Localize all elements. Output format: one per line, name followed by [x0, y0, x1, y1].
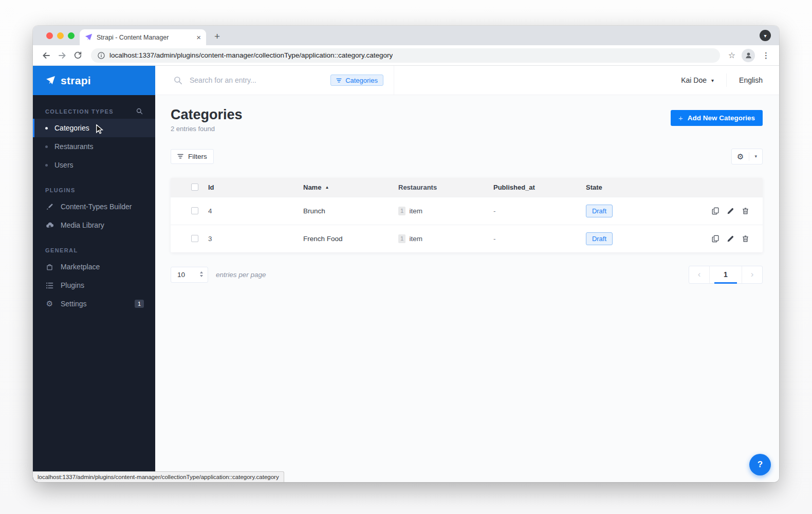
bullet-icon [45, 127, 48, 130]
search-icon[interactable] [136, 108, 143, 115]
sidebar-item-marketplace[interactable]: Marketplace [33, 258, 155, 276]
user-menu[interactable]: Kai Doe ▾ [681, 76, 714, 84]
table-row[interactable]: 4 Brunch 1 item - Draft [171, 197, 763, 225]
zoom-window-button[interactable] [68, 32, 75, 39]
table-header-row: Id Name ▲ Restaurants Published_at State [171, 178, 763, 197]
status-bar-link-preview: localhost:1337/admin/plugins/content-man… [33, 471, 284, 482]
next-page-icon[interactable]: › [742, 266, 762, 283]
help-button[interactable]: ? [749, 454, 771, 475]
divider [726, 74, 727, 87]
search-input[interactable] [190, 76, 323, 84]
bookmark-star-icon[interactable]: ☆ [728, 50, 735, 60]
gear-icon: ⚙ [737, 153, 744, 160]
row-checkbox[interactable] [191, 235, 198, 242]
close-window-button[interactable] [46, 32, 53, 39]
section-title: GENERAL [45, 247, 78, 253]
table-row[interactable]: 3 French Food 1 item - Draft [171, 225, 763, 252]
cell-state: Draft [583, 205, 666, 217]
sidebar-item-content-types-builder[interactable]: Content-Types Builder [33, 197, 155, 216]
duplicate-icon[interactable] [712, 207, 719, 215]
tab-close-icon[interactable]: × [196, 33, 201, 41]
per-page-select[interactable]: 10 [171, 267, 208, 283]
address-bar[interactable]: localhost:1337/admin/plugins/content-man… [91, 48, 720, 63]
sidebar-item-categories[interactable]: Categories [33, 119, 155, 137]
select-all-checkbox[interactable] [191, 183, 198, 191]
filter-icon [336, 78, 342, 83]
page-header: Categories 2 entries found + Add New Cat… [171, 107, 763, 133]
reload-icon[interactable] [71, 48, 85, 62]
entries-count: 2 entries found [171, 125, 243, 133]
sort-asc-icon: ▲ [325, 185, 329, 190]
column-header-id[interactable]: Id [206, 183, 301, 191]
downloads-button[interactable]: ▾ [760, 30, 771, 41]
entries-table: Id Name ▲ Restaurants Published_at State [171, 178, 763, 252]
edit-icon[interactable] [727, 207, 734, 215]
shopping-basket-icon [45, 263, 54, 271]
strapi-logo-icon [46, 76, 56, 85]
column-header-published-at[interactable]: Published_at [491, 183, 583, 191]
section-title: PLUGINS [45, 187, 76, 193]
active-page-indicator [714, 282, 737, 284]
site-info-icon[interactable] [98, 52, 105, 59]
table-settings-button[interactable]: ⚙ ▾ [731, 149, 763, 164]
sidebar-item-plugins[interactable]: Plugins [33, 276, 155, 295]
chip-label: Categories [345, 77, 378, 84]
row-actions [666, 235, 763, 243]
strapi-logo[interactable]: strapi [33, 66, 155, 95]
new-tab-button[interactable]: + [214, 31, 220, 45]
collection-filter-chip[interactable]: Categories [330, 75, 383, 86]
browser-window: Strapi - Content Manager × + ▾ localhost… [33, 26, 779, 482]
bullet-icon [45, 145, 48, 148]
cell-state: Draft [583, 232, 666, 245]
cell-restaurants: 1 item [396, 234, 491, 243]
previous-page-icon[interactable]: ‹ [689, 266, 709, 283]
sidebar-item-users[interactable]: Users [33, 156, 155, 174]
column-header-name[interactable]: Name ▲ [301, 183, 396, 191]
minimize-window-button[interactable] [57, 32, 64, 39]
settings-badge: 1 [135, 300, 144, 308]
browser-profile-avatar[interactable] [742, 49, 755, 62]
strapi-favicon-icon [85, 33, 93, 41]
filter-icon [177, 154, 183, 159]
add-button-label: Add New Categories [688, 114, 755, 122]
edit-icon[interactable] [727, 235, 734, 243]
sidebar: strapi COLLECTION TYPES Categories [33, 66, 155, 482]
browser-tab-strip: Strapi - Content Manager × + ▾ [33, 26, 779, 45]
page-title: Categories [171, 107, 243, 123]
browser-menu-icon[interactable]: ⋮ [762, 51, 770, 60]
count-unit: item [409, 207, 422, 215]
desktop-background: Strapi - Content Manager × + ▾ localhost… [0, 0, 812, 514]
stepper-icon [200, 271, 203, 277]
row-checkbox[interactable] [191, 207, 198, 214]
cell-published-at: - [491, 235, 583, 243]
user-name: Kai Doe [681, 76, 707, 84]
gear-icon: ⚙ [45, 299, 54, 308]
browser-tab[interactable]: Strapi - Content Manager × [80, 29, 206, 45]
language-selector[interactable]: English [739, 76, 763, 84]
add-new-categories-button[interactable]: + Add New Categories [671, 110, 763, 126]
per-page-value: 10 [177, 271, 185, 279]
back-icon[interactable] [39, 48, 53, 62]
column-header-state[interactable]: State [583, 183, 666, 191]
column-header-restaurants[interactable]: Restaurants [396, 183, 491, 191]
sidebar-item-media-library[interactable]: Media Library [33, 216, 155, 234]
cell-id: 4 [206, 207, 301, 215]
cell-restaurants: 1 item [396, 207, 491, 215]
delete-icon[interactable] [742, 235, 749, 243]
chevron-down-icon: ▾ [754, 154, 757, 159]
current-page[interactable]: 1 [710, 266, 742, 283]
column-label: Name [303, 183, 321, 191]
filters-button[interactable]: Filters [171, 149, 214, 164]
url-text[interactable]: localhost:1337/admin/plugins/content-man… [109, 51, 393, 59]
forward-icon[interactable] [55, 48, 69, 62]
bullet-icon [45, 164, 48, 167]
delete-icon[interactable] [742, 207, 749, 215]
sidebar-item-label: Categories [54, 124, 89, 132]
sidebar-item-restaurants[interactable]: Restaurants [33, 137, 155, 156]
section-collection-types: COLLECTION TYPES Categories Restaurants [33, 108, 155, 174]
row-actions [666, 207, 763, 215]
page-navigation: ‹ 1 › [689, 266, 763, 284]
duplicate-icon[interactable] [712, 235, 719, 243]
sidebar-item-settings[interactable]: ⚙ Settings 1 [33, 295, 155, 313]
sidebar-item-label: Marketplace [61, 263, 100, 271]
